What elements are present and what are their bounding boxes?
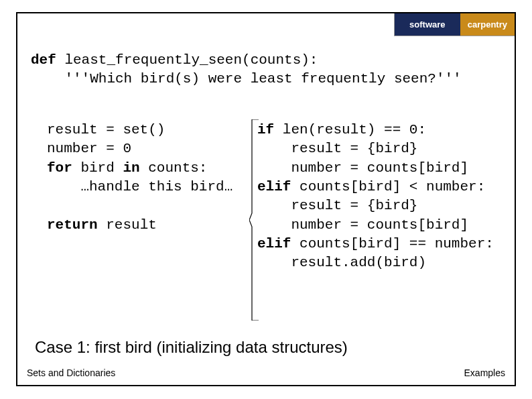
code-text: result	[98, 217, 157, 233]
code-text: counts[bird] < number:	[291, 179, 485, 194]
code-block-top: def least_frequently_seen(counts): '''Wh…	[31, 51, 462, 89]
slide-frame: software carpentry def least_frequently_…	[16, 12, 516, 386]
keyword-if: if	[257, 122, 274, 137]
keyword-elif: elif	[257, 179, 291, 194]
keyword-in: in	[123, 160, 139, 176]
code-text: least_frequently_seen(counts):	[56, 52, 318, 68]
keyword-elif: elif	[257, 236, 291, 251]
code-text: len(result) == 0:	[274, 122, 426, 137]
code-block-right: if len(result) == 0: result = {bird} num…	[257, 121, 494, 273]
keyword-def: def	[31, 52, 56, 68]
logo: software carpentry	[394, 13, 515, 36]
code-text: number = 0	[47, 141, 131, 156]
code-text: result = {bird}	[257, 141, 417, 156]
footer-left: Sets and Dictionaries	[27, 367, 115, 378]
footer-right: Examples	[464, 367, 505, 378]
logo-right-word: carpentry	[460, 13, 515, 36]
code-text: result = set()	[47, 122, 165, 137]
code-block-left: result = set() number = 0 for bird in co…	[47, 121, 232, 235]
code-text: '''Which bird(s) were least frequently s…	[31, 71, 462, 87]
code-text: number = counts[bird]	[257, 160, 468, 176]
keyword-for: for	[47, 160, 72, 176]
code-text: counts[bird] == number:	[291, 236, 493, 251]
code-text: counts:	[140, 160, 208, 176]
logo-left-word: software	[395, 13, 460, 36]
code-text: result = {bird}	[257, 198, 417, 213]
keyword-return: return	[47, 217, 98, 233]
code-text: …handle this bird…	[47, 179, 232, 194]
code-text: result.add(bird)	[257, 255, 426, 270]
code-text: number = counts[bird]	[257, 217, 468, 233]
code-text: bird	[72, 160, 123, 176]
caption-text: Case 1: first bird (initializing data st…	[35, 338, 348, 357]
